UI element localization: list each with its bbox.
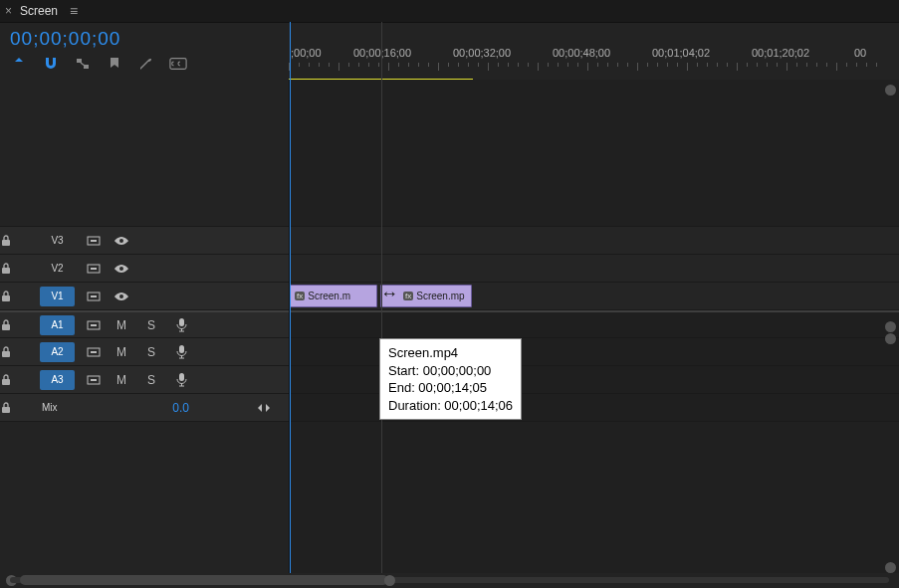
timeline-body: V3 V2 V1 A1 M S A2 M bbox=[0, 80, 899, 573]
toolbar bbox=[10, 55, 279, 73]
panel-tab-bar: × Screen ≡ bbox=[0, 0, 899, 22]
mix-value[interactable]: 0.0 bbox=[172, 401, 189, 415]
playhead[interactable] bbox=[290, 22, 291, 573]
timeline-canvas[interactable]: fx Screen.m ↔ fx Screen.mp Screen.mp4 St… bbox=[289, 80, 899, 573]
mute-button[interactable]: M bbox=[107, 345, 136, 359]
current-timecode[interactable]: 00;00;00;00 bbox=[10, 28, 279, 50]
edit-line bbox=[381, 22, 382, 573]
lock-icon[interactable] bbox=[0, 402, 40, 414]
scroll-thumb[interactable] bbox=[20, 575, 388, 585]
lock-icon[interactable] bbox=[0, 291, 40, 302]
track-header-a3[interactable]: A3 M S bbox=[0, 366, 289, 394]
voiceover-mic-icon[interactable] bbox=[166, 318, 196, 332]
settings-wrench-icon[interactable] bbox=[137, 55, 155, 73]
track-header-v3[interactable]: V3 bbox=[0, 227, 289, 255]
nesting-icon[interactable] bbox=[10, 55, 28, 73]
track-header-a2[interactable]: A2 M S bbox=[0, 338, 289, 366]
marker-icon[interactable] bbox=[106, 55, 123, 73]
svg-rect-22 bbox=[91, 379, 97, 381]
clip[interactable]: ↔ fx Screen.mp bbox=[380, 285, 472, 307]
clip-label: Screen.m bbox=[308, 291, 350, 301]
header-left: 00;00;00;00 bbox=[0, 23, 289, 80]
ruler-tick-label: 00;01;20;02 bbox=[752, 47, 809, 59]
svg-rect-24 bbox=[2, 407, 10, 413]
fx-badge-icon: fx bbox=[403, 292, 413, 300]
track-target[interactable]: V3 bbox=[40, 231, 75, 251]
mute-button[interactable]: M bbox=[107, 318, 136, 332]
svg-rect-15 bbox=[179, 318, 184, 326]
scroll-handle-icon[interactable] bbox=[885, 321, 896, 332]
voiceover-mic-icon[interactable] bbox=[166, 373, 196, 387]
sync-lock-icon[interactable] bbox=[81, 259, 107, 279]
tooltip-duration: Duration: 00;00;14;06 bbox=[388, 397, 513, 415]
panel-tab-name[interactable]: Screen bbox=[20, 4, 58, 18]
fx-badge-icon: fx bbox=[295, 292, 305, 300]
ruler-ticks bbox=[289, 63, 899, 75]
svg-rect-20 bbox=[2, 379, 10, 385]
timeline-header: 00;00;00;00 ;00;00 00;00;16;00 00;00;32;… bbox=[0, 22, 899, 80]
sync-lock-icon[interactable] bbox=[81, 370, 107, 390]
time-ruler[interactable]: ;00;00 00;00;16;00 00;00;32;00 00;00;48;… bbox=[289, 23, 899, 80]
solo-button[interactable]: S bbox=[136, 345, 166, 359]
track-target[interactable]: V1 bbox=[40, 287, 75, 306]
horizontal-zoom-scrollbar[interactable] bbox=[0, 573, 899, 588]
sync-lock-icon[interactable] bbox=[81, 342, 107, 362]
lock-icon[interactable] bbox=[0, 319, 40, 331]
track-target[interactable]: A1 bbox=[40, 315, 75, 335]
svg-rect-18 bbox=[91, 351, 97, 353]
ruler-tick-label: ;00;00 bbox=[291, 47, 322, 59]
lock-icon[interactable] bbox=[0, 346, 40, 358]
svg-rect-19 bbox=[179, 345, 184, 353]
vertical-scrollbar[interactable] bbox=[883, 85, 897, 573]
svg-rect-9 bbox=[2, 295, 10, 301]
track-target[interactable]: A2 bbox=[40, 342, 75, 362]
ruler-tick-label: 00;00;48;00 bbox=[553, 47, 610, 59]
track-header-mix[interactable]: Mix 0.0 bbox=[0, 394, 289, 422]
voiceover-mic-icon[interactable] bbox=[166, 345, 196, 359]
svg-rect-8 bbox=[91, 268, 97, 270]
track-target[interactable]: V2 bbox=[40, 259, 75, 279]
toggle-track-output-icon[interactable] bbox=[107, 263, 136, 275]
scroll-handle-icon[interactable] bbox=[885, 562, 896, 573]
lock-icon[interactable] bbox=[0, 374, 40, 386]
svg-rect-3 bbox=[2, 240, 10, 246]
panel-menu-icon[interactable]: ≡ bbox=[70, 3, 78, 19]
sync-lock-icon[interactable] bbox=[81, 231, 107, 251]
toggle-track-output-icon[interactable] bbox=[107, 291, 136, 302]
svg-rect-16 bbox=[2, 351, 10, 357]
ruler-tick-label: 00 bbox=[854, 47, 866, 59]
track-header-a1[interactable]: A1 M S bbox=[0, 310, 289, 338]
lock-icon[interactable] bbox=[0, 235, 40, 247]
track-header-gap bbox=[0, 80, 289, 227]
clip-tooltip: Screen.mp4 Start: 00;00;00;00 End: 00;00… bbox=[379, 338, 522, 420]
svg-rect-23 bbox=[179, 373, 184, 381]
svg-rect-0 bbox=[77, 59, 82, 63]
captions-icon[interactable] bbox=[169, 55, 187, 73]
solo-button[interactable]: S bbox=[136, 373, 166, 387]
scroll-handle-icon[interactable] bbox=[885, 85, 896, 96]
clip[interactable]: fx Screen.m bbox=[290, 285, 377, 307]
track-header-v2[interactable]: V2 bbox=[0, 255, 289, 283]
mix-label: Mix bbox=[40, 398, 75, 418]
close-icon[interactable]: × bbox=[5, 4, 12, 18]
sync-lock-icon[interactable] bbox=[81, 315, 107, 335]
snap-magnet-icon[interactable] bbox=[42, 55, 60, 73]
tooltip-end: End: 00;00;14;05 bbox=[388, 379, 513, 397]
lock-icon[interactable] bbox=[0, 263, 40, 275]
track-header-v1[interactable]: V1 bbox=[0, 283, 289, 310]
tooltip-start: Start: 00;00;00;00 bbox=[388, 362, 513, 380]
svg-rect-12 bbox=[2, 324, 10, 330]
scroll-handle-icon[interactable] bbox=[885, 333, 896, 344]
mute-button[interactable]: M bbox=[107, 373, 136, 387]
track-target[interactable]: A3 bbox=[40, 370, 75, 390]
master-meters-icon[interactable] bbox=[249, 402, 279, 414]
ruler-tick-label: 00;01;04;02 bbox=[652, 47, 710, 59]
ruler-tick-label: 00;00;16;00 bbox=[353, 47, 411, 59]
zoom-handle-right-icon[interactable] bbox=[384, 575, 395, 586]
linked-selection-icon[interactable] bbox=[74, 55, 92, 73]
track-headers: V3 V2 V1 A1 M S A2 M bbox=[0, 80, 289, 573]
toggle-track-output-icon[interactable] bbox=[107, 235, 136, 247]
solo-button[interactable]: S bbox=[136, 318, 166, 332]
sync-lock-icon[interactable] bbox=[81, 287, 107, 306]
svg-rect-11 bbox=[91, 295, 97, 297]
